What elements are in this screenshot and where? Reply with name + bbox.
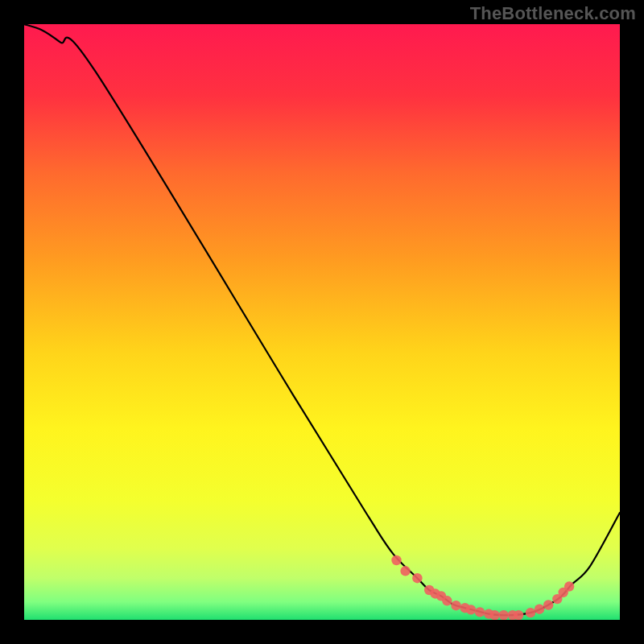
highlight-marker <box>526 608 535 617</box>
chart-stage: TheBottleneck.com <box>0 0 644 644</box>
highlight-marker <box>412 573 422 583</box>
plot-svg <box>24 24 620 620</box>
highlight-marker <box>535 604 544 613</box>
highlight-marker <box>543 600 553 609</box>
highlight-marker <box>466 605 476 614</box>
highlight-marker <box>564 581 574 591</box>
gradient-rect <box>24 24 620 620</box>
highlight-marker <box>475 607 485 617</box>
highlight-marker <box>499 610 509 620</box>
highlight-marker <box>400 566 410 576</box>
watermark-text: TheBottleneck.com <box>470 3 636 24</box>
plot-frame <box>24 24 620 620</box>
highlight-marker <box>489 610 499 620</box>
highlight-marker <box>442 596 452 605</box>
highlight-marker <box>451 601 460 610</box>
highlight-marker <box>514 610 523 620</box>
highlight-marker <box>391 555 401 565</box>
